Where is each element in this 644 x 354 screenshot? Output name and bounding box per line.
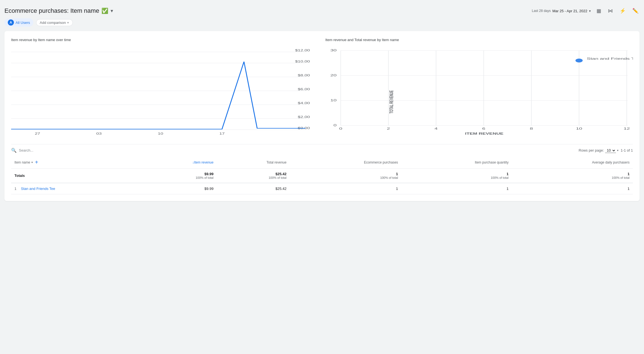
row-avg-daily-purchasers: 1 [512,183,633,194]
svg-text:03: 03 [96,132,102,135]
sort-icon: ▾ [31,161,33,164]
edit-icon[interactable]: ✏️ [631,7,640,15]
svg-text:$8.00: $8.00 [298,74,310,77]
share-icon[interactable]: ⋈ [607,7,614,15]
totals-total-revenue: $25.42 100% of total [217,169,290,183]
pagination-label: 1-1 of 1 [621,148,633,152]
data-table: Item name ▾ + ↓Item revenue Total revenu… [11,156,633,194]
totals-label-cell: Totals [11,169,141,183]
pagination-info: Rows per page: 10 25 50 ▾ 1-1 of 1 [579,148,633,153]
rows-per-page-label: Rows per page: [579,148,604,152]
svg-text:27: 27 [35,132,40,135]
svg-text:2: 2 [387,127,390,130]
totals-item-revenue: $9.99 100% of total [141,169,217,183]
svg-text:4: 4 [435,127,438,130]
svg-text:$10.00: $10.00 [295,60,310,63]
svg-text:$6.00: $6.00 [298,87,310,91]
col-header-ecommerce-purchases[interactable]: Ecommerce purchases [290,156,401,169]
title-dropdown-icon[interactable]: ▾ [111,8,113,14]
row-item-name[interactable]: Stan and Friends Tee [21,187,55,191]
col-header-item-name[interactable]: Item name ▾ + [11,156,141,169]
rows-per-page: Rows per page: 10 25 50 ▾ [579,148,618,153]
plus-icon: + [67,21,69,25]
col-header-item-purchase-quantity[interactable]: Item purchase quantity [401,156,512,169]
scatter-chart-title: Item revenue and Total revenue by Item n… [325,38,633,42]
table-row: 1 Stan and Friends Tee $9.99 $25.42 1 1 … [11,183,633,194]
date-prefix: Last 28 days [532,9,551,13]
svg-point-44 [575,59,583,62]
chart-bar-icon[interactable]: ▦ [595,7,602,15]
dropdown-arrow-icon: ▾ [617,149,618,152]
search-placeholder: Search... [19,148,33,152]
add-column-button[interactable]: + [34,159,39,165]
svg-text:6: 6 [482,127,485,130]
svg-text:0: 0 [339,127,342,130]
search-box[interactable]: 🔍 Search... [11,148,33,153]
verified-icon: ✅ [101,7,108,14]
top-left: Ecommerce purchases: Item name ✅ ▾ [4,7,113,14]
row-ecommerce-purchases: 1 [290,183,401,194]
svg-text:10: 10 [576,127,582,130]
svg-text:17: 17 [219,132,224,135]
insights-icon[interactable]: ⚡ [618,7,627,15]
row-item-revenue: $9.99 [141,183,217,194]
row-total-revenue: $25.42 [217,183,290,194]
date-dropdown-icon[interactable]: ▾ [589,9,591,13]
totals-ecommerce-purchases: 1 100% of total [290,169,401,183]
svg-text:$12.00: $12.00 [295,49,310,52]
line-chart-section: Item revenue by Item name over time $12.… [11,38,319,135]
svg-text:10: 10 [330,99,337,102]
svg-text:20: 20 [330,74,337,77]
col-header-total-revenue[interactable]: Total revenue [217,156,290,169]
all-users-chip[interactable]: A All Users [4,18,33,27]
row-rank: 1 [14,187,16,191]
top-bar: Ecommerce purchases: Item name ✅ ▾ Last … [4,4,640,18]
segment-bar: A All Users Add comparison + [4,18,640,27]
top-right: Last 28 days Mar 25 - Apr 21, 2022 ▾ ▦ ⋈… [532,7,640,15]
table-header-row: 🔍 Search... Rows per page: 10 25 50 ▾ 1-… [11,144,633,156]
totals-row: Totals $9.99 100% of total $25.42 100% o… [11,169,633,183]
svg-text:$4.00: $4.00 [298,101,310,105]
scatter-chart-area: 30 20 10 0 TOTAL REVENUE [325,46,633,135]
svg-text:ITEM REVENUE: ITEM REVENUE [465,132,503,135]
date-range: Last 28 days Mar 25 - Apr 21, 2022 ▾ [532,9,591,13]
main-card: Item revenue by Item name over time $12.… [4,31,640,201]
scatter-chart-section: Item revenue and Total revenue by Item n… [325,38,633,135]
page-title: Ecommerce purchases: Item name [4,7,99,14]
charts-row: Item revenue by Item name over time $12.… [11,38,633,135]
svg-text:TOTAL REVENUE: TOTAL REVENUE [388,90,394,113]
totals-avg-daily-purchasers: 1 100% of total [512,169,633,183]
segment-label: All Users [16,21,30,25]
date-value: Mar 25 - Apr 21, 2022 [552,9,587,13]
totals-item-purchase-quantity: 1 100% of total [401,169,512,183]
add-comparison-button[interactable]: Add comparison + [36,19,73,26]
line-chart-title: Item revenue by Item name over time [11,38,319,42]
svg-text:$2.00: $2.00 [298,115,310,119]
svg-text:Stan and Friends Tee: Stan and Friends Tee [587,57,633,60]
rows-per-page-select[interactable]: 10 25 50 [605,148,616,153]
svg-text:8: 8 [530,127,533,130]
svg-text:0: 0 [333,124,336,127]
avatar: A [8,19,14,26]
row-item-purchase-quantity: 1 [401,183,512,194]
search-icon: 🔍 [11,148,17,153]
col-header-item-revenue[interactable]: ↓Item revenue [141,156,217,169]
svg-text:30: 30 [330,49,337,52]
svg-text:12: 12 [624,127,630,130]
line-chart-area: $12.00 $10.00 $8.00 $6.00 $4.00 $2.00 $0… [11,46,319,135]
row-item-name-cell: 1 Stan and Friends Tee [11,183,141,194]
add-comparison-label: Add comparison [40,21,66,25]
col-header-avg-daily-purchasers[interactable]: Average daily purchasers [512,156,633,169]
svg-text:10: 10 [158,132,163,135]
